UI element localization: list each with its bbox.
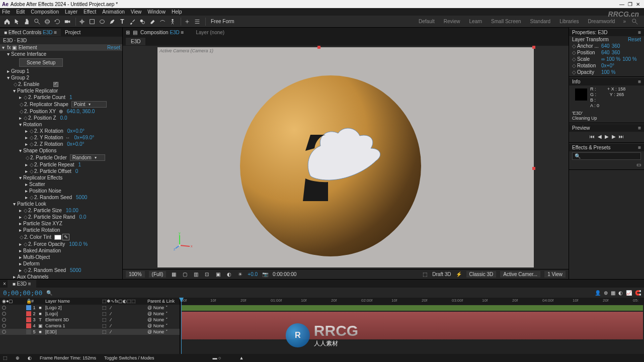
menu-help[interactable]: Help bbox=[172, 9, 182, 15]
status-icon[interactable]: ⊕ bbox=[16, 355, 20, 360]
camera-tool-icon[interactable] bbox=[63, 18, 71, 26]
snapshot-icon[interactable]: 📷 bbox=[262, 272, 269, 277]
transparency-grid-icon[interactable]: ▦ bbox=[170, 272, 177, 277]
timeline-tracks[interactable]: :00f10f20f01:00f10f20f02:00f10f20f03:00f… bbox=[180, 298, 644, 354]
baked-animation-row[interactable]: ▸Baked Animation bbox=[0, 247, 122, 254]
guides-icon[interactable]: ▥ bbox=[192, 272, 199, 277]
timeline-timecode[interactable]: 0;00;00;00 bbox=[3, 289, 42, 297]
time-offset-value[interactable]: +0.0 bbox=[248, 272, 258, 277]
reset-link[interactable]: Reset bbox=[107, 45, 120, 50]
panel-menu-icon[interactable]: ≡ bbox=[638, 125, 641, 131]
prev-frame-icon[interactable]: ◀ bbox=[598, 134, 602, 139]
maximize-button[interactable]: ❐ bbox=[626, 2, 634, 7]
tl-shy-icon[interactable]: 👤 bbox=[595, 290, 601, 296]
mask-icon[interactable]: ▢ bbox=[181, 272, 188, 277]
tl-motion-blur-icon[interactable]: ◐ bbox=[618, 290, 623, 296]
multi-object-row[interactable]: ▸Multi-Object bbox=[0, 254, 122, 260]
composition-canvas[interactable]: Active Camera (Camera 1) y x bbox=[157, 47, 534, 267]
timeline-tab-e3d[interactable]: ■ E3D ≡ bbox=[8, 280, 36, 288]
scatter-row[interactable]: ▸Scatter bbox=[0, 181, 122, 188]
close-button[interactable]: ✕ bbox=[634, 2, 642, 7]
workspace-default[interactable]: Default bbox=[419, 19, 435, 24]
particle-rotation-row[interactable]: ▸Particle Rotation bbox=[0, 227, 122, 233]
minimize-button[interactable]: — bbox=[618, 2, 626, 7]
enable-checkbox[interactable] bbox=[53, 82, 58, 87]
position-z-value[interactable]: 0.0 bbox=[60, 115, 67, 121]
search-icon[interactable] bbox=[631, 18, 639, 26]
scene-setup-button[interactable]: Scene Setup bbox=[19, 58, 63, 67]
new-bin-icon[interactable]: ▭ bbox=[636, 162, 641, 167]
menu-animation[interactable]: Animation bbox=[102, 9, 124, 15]
y-rotation-value[interactable]: 0x+69.0° bbox=[74, 135, 94, 140]
timeline-bar[interactable] bbox=[181, 305, 643, 311]
particle-replicator-row[interactable]: ▾Particle Replicator bbox=[0, 87, 122, 94]
reset-exposure-icon[interactable]: ◐ bbox=[225, 272, 232, 277]
layer-handle[interactable] bbox=[317, 46, 320, 49]
scene-interface-row[interactable]: ▾Scene Interface bbox=[0, 51, 122, 57]
rotate-tool-icon[interactable] bbox=[53, 18, 61, 26]
play-icon[interactable]: ▶ bbox=[605, 134, 609, 139]
anchor-tool-icon[interactable] bbox=[78, 18, 86, 26]
selection-tool-icon[interactable] bbox=[13, 18, 21, 26]
draft3d-icon[interactable]: ⬚ bbox=[421, 272, 428, 277]
zoom-tool-icon[interactable] bbox=[33, 18, 41, 26]
workspace-libraries[interactable]: Libraries bbox=[559, 19, 579, 24]
clone-tool-icon[interactable] bbox=[138, 18, 146, 26]
align-icon[interactable] bbox=[193, 18, 201, 26]
workspace-more-icon[interactable]: » bbox=[623, 19, 626, 24]
timeline-layer-row[interactable]: 4▣Camera 1⬚ ∕@ None ˅ bbox=[0, 323, 180, 329]
comp-subtab-e3d[interactable]: E3D bbox=[126, 38, 145, 45]
eyedropper-icon[interactable]: ✎ bbox=[62, 234, 69, 240]
timeline-lock-icon[interactable]: × bbox=[3, 281, 6, 287]
panel-menu-icon[interactable]: ≡ bbox=[638, 30, 641, 35]
snap-icon[interactable] bbox=[183, 18, 191, 26]
menu-layer[interactable]: Layer bbox=[65, 9, 77, 15]
text-tool-icon[interactable]: T bbox=[118, 18, 126, 26]
menu-view[interactable]: View bbox=[131, 9, 142, 15]
menu-window[interactable]: Window bbox=[147, 9, 166, 15]
transform-reset[interactable]: Reset bbox=[628, 37, 641, 42]
workspace-learn[interactable]: Learn bbox=[469, 19, 482, 24]
shape-options-row[interactable]: ▾Shape Options bbox=[0, 147, 122, 154]
brush-tool-icon[interactable] bbox=[128, 18, 136, 26]
effects-search-input[interactable]: 🔍 bbox=[572, 152, 641, 160]
rect-tool-icon[interactable] bbox=[88, 18, 96, 26]
zoom-dropdown[interactable]: 100% bbox=[126, 271, 145, 278]
group2-row[interactable]: ▾Group 2 bbox=[0, 74, 122, 81]
tl-snap-icon[interactable]: 🧲 bbox=[635, 290, 641, 296]
menu-effect[interactable]: Effect bbox=[84, 9, 96, 15]
eraser-tool-icon[interactable] bbox=[148, 18, 156, 26]
status-icon[interactable]: ◐ bbox=[28, 355, 32, 360]
timeline-layer-row[interactable]: 3TElement 3D⬚ ∕@ None ˅ bbox=[0, 317, 180, 323]
effect-element-header[interactable]: ▾fx▣ Element Reset bbox=[0, 44, 122, 51]
position-xy-value[interactable]: 640.0, 360.0 bbox=[67, 109, 95, 114]
layer-handle[interactable] bbox=[532, 167, 535, 170]
menu-file[interactable]: File bbox=[2, 9, 10, 15]
comp-nav-icon[interactable]: ▤ bbox=[133, 30, 137, 35]
tab-project[interactable]: Project bbox=[61, 29, 85, 36]
views-dropdown[interactable]: 1 View bbox=[544, 271, 566, 278]
composition-viewer[interactable]: Active Camera (Camera 1) y x bbox=[123, 46, 569, 269]
resolution-dropdown[interactable]: (Full) bbox=[149, 271, 167, 278]
timeline-bar[interactable] bbox=[181, 312, 643, 339]
workspace-review[interactable]: Review bbox=[444, 19, 460, 24]
timeline-layer-row[interactable]: 2■[Logo]⬚ ∕@ None ˅ bbox=[0, 311, 180, 317]
toggle-switches-button[interactable]: Toggle Switches / Modes bbox=[104, 355, 154, 360]
particle-count-value[interactable]: 1 bbox=[69, 95, 72, 100]
first-frame-icon[interactable]: ⏮ bbox=[590, 134, 595, 139]
z-rotation-value[interactable]: 0x+0.0° bbox=[67, 141, 84, 147]
tab-effect-controls[interactable]: ■ Effect Controls E3D ≡ bbox=[0, 29, 61, 36]
particle-size-xyz-row[interactable]: ▸Particle Size XYZ bbox=[0, 220, 122, 227]
roto-tool-icon[interactable] bbox=[158, 18, 167, 26]
hand-tool-icon[interactable] bbox=[23, 18, 31, 26]
x-rotation-value[interactable]: 0x+0.0° bbox=[67, 128, 85, 134]
status-icon[interactable]: ⬚ bbox=[3, 355, 8, 360]
draft3d-label[interactable]: Draft 3D bbox=[432, 272, 451, 277]
current-timecode[interactable]: 0:00:00:00 bbox=[273, 272, 296, 277]
comp-flow-icon[interactable]: ⊞ bbox=[126, 30, 130, 35]
panel-menu-icon[interactable]: ≡ bbox=[638, 79, 641, 84]
menu-edit[interactable]: Edit bbox=[16, 9, 25, 15]
aux-channels-row[interactable]: ▸Aux Channels bbox=[0, 274, 122, 279]
comp-title-label[interactable]: Composition E3D ≡ bbox=[140, 30, 184, 35]
timeline-layer-row[interactable]: 1■[Logo 2]⬚ ∕@ None ˅ bbox=[0, 305, 180, 311]
